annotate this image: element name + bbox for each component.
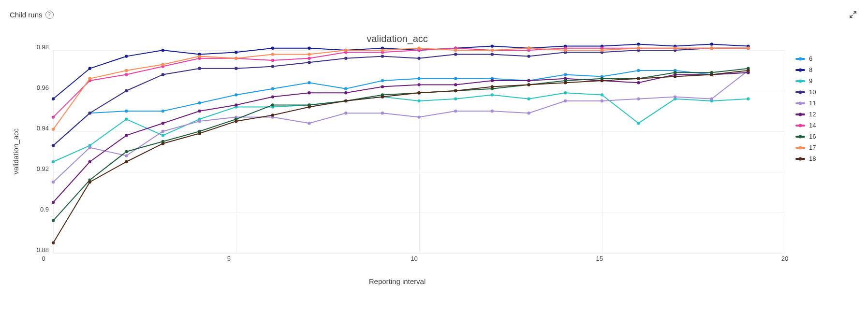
series-marker[interactable] bbox=[601, 93, 603, 96]
series-marker[interactable] bbox=[344, 48, 347, 51]
legend-item[interactable]: 9 bbox=[795, 77, 858, 85]
series-marker[interactable] bbox=[527, 112, 530, 114]
legend-item[interactable]: 12 bbox=[795, 111, 858, 118]
series-marker[interactable] bbox=[162, 73, 164, 76]
series-marker[interactable] bbox=[271, 113, 274, 116]
series-marker[interactable] bbox=[308, 46, 310, 49]
series-marker[interactable] bbox=[271, 95, 274, 98]
legend-item[interactable]: 8 bbox=[795, 66, 858, 73]
series-marker[interactable] bbox=[125, 55, 128, 57]
series-marker[interactable] bbox=[381, 95, 384, 98]
series-marker[interactable] bbox=[88, 160, 91, 163]
series-marker[interactable] bbox=[308, 91, 310, 94]
series-marker[interactable] bbox=[125, 73, 128, 76]
series-marker[interactable] bbox=[491, 85, 494, 88]
series-marker[interactable] bbox=[162, 129, 164, 132]
series-marker[interactable] bbox=[454, 48, 457, 51]
legend-item[interactable]: 18 bbox=[795, 155, 858, 162]
series-marker[interactable] bbox=[308, 57, 310, 59]
plot-area[interactable] bbox=[53, 50, 785, 254]
series-marker[interactable] bbox=[125, 89, 128, 92]
series-marker[interactable] bbox=[52, 200, 55, 203]
series-marker[interactable] bbox=[491, 93, 494, 96]
series-marker[interactable] bbox=[710, 42, 713, 45]
series-marker[interactable] bbox=[344, 112, 347, 114]
series-marker[interactable] bbox=[710, 73, 713, 76]
series-marker[interactable] bbox=[88, 112, 91, 114]
series-marker[interactable] bbox=[52, 115, 55, 118]
series-marker[interactable] bbox=[491, 79, 494, 82]
series-marker[interactable] bbox=[637, 42, 640, 45]
series-marker[interactable] bbox=[674, 95, 677, 98]
series-marker[interactable] bbox=[454, 83, 457, 86]
series-marker[interactable] bbox=[564, 73, 567, 76]
series-marker[interactable] bbox=[162, 48, 164, 51]
series-marker[interactable] bbox=[52, 160, 55, 163]
series-marker[interactable] bbox=[235, 57, 237, 59]
series-marker[interactable] bbox=[162, 122, 164, 125]
series-marker[interactable] bbox=[381, 112, 384, 114]
series-marker[interactable] bbox=[308, 53, 310, 56]
series-marker[interactable] bbox=[308, 81, 310, 84]
series-marker[interactable] bbox=[198, 119, 201, 122]
series-marker[interactable] bbox=[308, 105, 310, 108]
series-marker[interactable] bbox=[344, 99, 347, 102]
series-marker[interactable] bbox=[747, 97, 750, 100]
legend-item[interactable]: 6 bbox=[795, 55, 858, 62]
series-marker[interactable] bbox=[564, 81, 567, 84]
series-marker[interactable] bbox=[381, 48, 384, 51]
series-marker[interactable] bbox=[308, 61, 310, 64]
series-marker[interactable] bbox=[601, 99, 603, 102]
series-marker[interactable] bbox=[198, 67, 201, 70]
series-marker[interactable] bbox=[417, 83, 420, 86]
expand-button[interactable] bbox=[848, 9, 858, 20]
series-marker[interactable] bbox=[710, 46, 713, 49]
legend-item[interactable]: 14 bbox=[795, 122, 858, 129]
series-marker[interactable] bbox=[637, 46, 640, 49]
series-marker[interactable] bbox=[308, 122, 310, 125]
series-marker[interactable] bbox=[52, 241, 55, 244]
series-marker[interactable] bbox=[564, 48, 567, 51]
series-marker[interactable] bbox=[271, 46, 274, 49]
legend-item[interactable]: 17 bbox=[795, 144, 858, 151]
series-marker[interactable] bbox=[637, 122, 640, 125]
series-line[interactable] bbox=[53, 48, 748, 145]
series-line[interactable] bbox=[53, 71, 748, 243]
series-marker[interactable] bbox=[125, 109, 128, 112]
series-marker[interactable] bbox=[454, 77, 457, 80]
series-marker[interactable] bbox=[162, 63, 164, 66]
series-marker[interactable] bbox=[125, 150, 128, 153]
series-marker[interactable] bbox=[417, 77, 420, 80]
series-marker[interactable] bbox=[417, 46, 420, 49]
series-marker[interactable] bbox=[454, 109, 457, 112]
series-line[interactable] bbox=[53, 71, 748, 182]
series-marker[interactable] bbox=[125, 134, 128, 137]
series-marker[interactable] bbox=[271, 65, 274, 68]
series-marker[interactable] bbox=[198, 55, 201, 57]
series-marker[interactable] bbox=[381, 85, 384, 88]
series-marker[interactable] bbox=[491, 48, 494, 51]
series-marker[interactable] bbox=[601, 48, 603, 51]
series-marker[interactable] bbox=[235, 67, 237, 70]
series-marker[interactable] bbox=[417, 91, 420, 94]
series-marker[interactable] bbox=[637, 77, 640, 80]
legend-item[interactable]: 11 bbox=[795, 99, 858, 107]
series-marker[interactable] bbox=[601, 79, 603, 82]
series-marker[interactable] bbox=[88, 180, 91, 183]
series-marker[interactable] bbox=[271, 103, 274, 106]
series-marker[interactable] bbox=[491, 53, 494, 56]
series-marker[interactable] bbox=[198, 132, 201, 135]
series-marker[interactable] bbox=[564, 91, 567, 94]
series-marker[interactable] bbox=[235, 93, 237, 96]
series-marker[interactable] bbox=[198, 109, 201, 112]
help-icon[interactable]: ? bbox=[45, 11, 54, 19]
series-marker[interactable] bbox=[52, 219, 55, 222]
series-marker[interactable] bbox=[381, 79, 384, 82]
series-marker[interactable] bbox=[162, 142, 164, 145]
series-marker[interactable] bbox=[235, 103, 237, 106]
series-marker[interactable] bbox=[527, 55, 530, 57]
series-marker[interactable] bbox=[674, 46, 677, 49]
series-marker[interactable] bbox=[88, 67, 91, 70]
series-marker[interactable] bbox=[235, 51, 237, 54]
series-line[interactable] bbox=[53, 44, 748, 99]
